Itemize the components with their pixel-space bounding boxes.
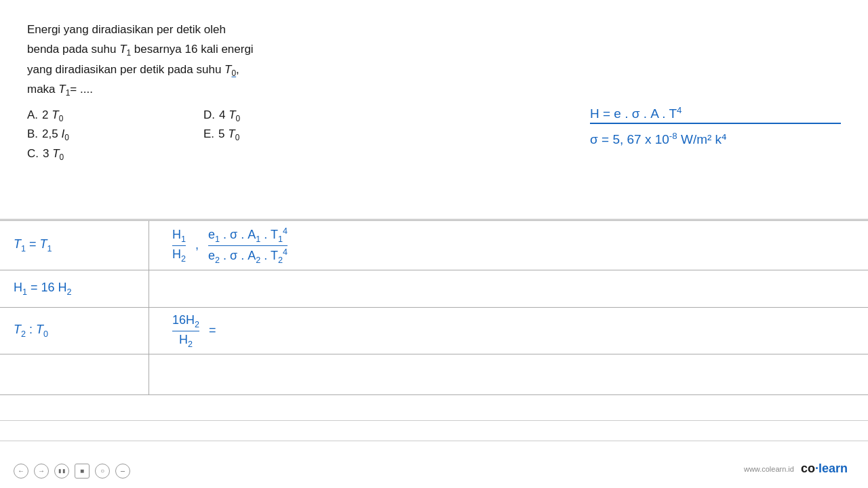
brand-co: co: [801, 462, 815, 475]
option-c-value: 3 T0: [43, 147, 64, 162]
formula-area: H = e . σ . A . T4 σ = 5, 67 x 10-8 W/m²…: [590, 105, 841, 153]
question-line3: yang diradiasikan per detik pada suhu T0…: [27, 60, 420, 81]
options-left: A. 2 T0 B. 2,5 I0 C. 3 T0: [27, 108, 203, 166]
work-row-1-right: H1 H2 , e1 . σ . A1 . T14 e2 . σ . A2 . …: [149, 221, 868, 270]
footer-url: www.colearn.id: [744, 465, 794, 473]
work-row-empty-1-left: [0, 354, 149, 394]
sep-line-2: [0, 441, 868, 441]
footer: www.colearn.id co·learn: [744, 462, 848, 476]
fraction-16h2-h2: 16H2 H2: [172, 313, 199, 348]
work-row-1: T1 = T1 H1 H2 , e1 . σ . A1 . T14 e2 . σ…: [0, 221, 868, 270]
bottom-toolbar: ← → ▮▮ ■ ○ —: [14, 464, 130, 479]
toolbar-grid-icon[interactable]: ■: [75, 464, 90, 479]
fraction-denominator-h2: H2: [172, 246, 186, 264]
options-right: D. 4 T0 E. 5 T0: [203, 108, 353, 166]
sep-line-1: [0, 420, 868, 421]
fraction-denom-formula: e2 . σ . A2 . T24: [208, 246, 288, 265]
fraction-formula: e1 . σ . A1 . T14 e2 . σ . A2 . T24: [208, 226, 288, 264]
option-b: B. 2,5 I0: [27, 127, 203, 142]
option-d: D. 4 T0: [203, 108, 353, 123]
main-content: Energi yang diradiasikan per detik oleh …: [0, 0, 868, 180]
work-row-3: T2 : T0 16H2 H2 =: [0, 308, 868, 354]
option-b-label: B.: [27, 127, 38, 141]
work-area: T1 = T1 H1 H2 , e1 . σ . A1 . T14 e2 . σ…: [0, 220, 868, 395]
question-text: Energi yang diradiasikan per detik oleh …: [27, 20, 420, 100]
fraction-h1-h2: H1 H2: [172, 228, 186, 263]
fraction-denom-h2b: H2: [179, 331, 193, 349]
brand-learn: learn: [818, 462, 848, 475]
toolbar-minus-icon[interactable]: —: [115, 464, 130, 479]
work-row-3-right: 16H2 H2 =: [149, 308, 868, 354]
question-line2: benda pada suhu T1 besarnya 16 kali ener…: [27, 40, 420, 60]
option-b-value: 2,5 I0: [42, 127, 69, 142]
work-row-1-left: T1 = T1: [0, 221, 149, 270]
work-row-empty-1-right: [149, 354, 868, 394]
option-e-label: E.: [203, 127, 214, 141]
option-e-value: 5 T0: [218, 127, 239, 142]
option-d-value: 4 T0: [219, 108, 240, 123]
work-row-2-left: H1 = 16 H2: [0, 270, 149, 307]
footer-brand: co·learn: [801, 462, 848, 476]
work-row-3-left: T2 : T0: [0, 308, 149, 354]
option-a: A. 2 T0: [27, 108, 203, 123]
work-row-3-right-text: 16H2 H2 =: [170, 313, 216, 348]
question-line1: Energi yang diradiasikan per detik oleh: [27, 20, 420, 40]
work-row-2: H1 = 16 H2: [0, 270, 868, 308]
option-a-value: 2 T0: [42, 108, 63, 123]
option-d-label: D.: [203, 108, 215, 122]
question-line4: maka T1= ....: [27, 80, 420, 100]
formula-2: σ = 5, 67 x 10-8 W/m² k⁴: [590, 131, 841, 147]
toolbar-pause-icon[interactable]: ▮▮: [54, 464, 69, 479]
work-row-3-left-text: T2 : T0: [14, 323, 48, 339]
toolbar-circle-icon[interactable]: ○: [95, 464, 110, 479]
work-row-2-right: [149, 270, 868, 307]
option-c: C. 3 T0: [27, 147, 203, 162]
divider-line-top: [0, 219, 868, 220]
option-c-label: C.: [27, 147, 39, 161]
fraction-num-formula: e1 . σ . A1 . T14: [208, 226, 288, 246]
toolbar-back-icon[interactable]: ←: [14, 464, 28, 479]
work-row-1-left-text: T1 = T1: [14, 237, 52, 253]
fraction-numerator-h1: H1: [172, 228, 186, 246]
work-row-2-left-text: H1 = 16 H2: [14, 281, 72, 297]
work-row-empty-1: [0, 354, 868, 395]
option-a-label: A.: [27, 108, 38, 122]
toolbar-forward-icon[interactable]: →: [34, 464, 49, 479]
option-e: E. 5 T0: [203, 127, 353, 142]
work-row-1-right-text: H1 H2 , e1 . σ . A1 . T14 e2 . σ . A2 . …: [170, 226, 290, 264]
fraction-num-16h2: 16H2: [172, 313, 199, 331]
formula-1: H = e . σ . A . T4: [590, 105, 841, 124]
